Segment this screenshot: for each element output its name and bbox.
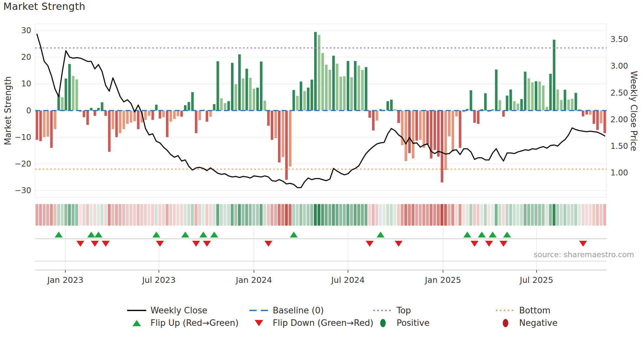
flip-up-marker (210, 232, 218, 238)
heatmap-cell (578, 204, 581, 226)
legend-item-flip-up-red-green: Flip Up (Red→Green) (127, 317, 239, 328)
strength-bar (564, 90, 566, 110)
strength-bar (217, 61, 219, 110)
strength-bar (188, 102, 190, 110)
legend-label: Baseline (0) (273, 305, 324, 315)
heatmap-cell (582, 204, 585, 226)
heatmap-cell (166, 204, 169, 226)
strength-bar (339, 77, 342, 110)
heatmap-cell (386, 204, 389, 226)
strength-bar (448, 110, 450, 136)
heatmap-cell (560, 204, 563, 226)
heatmap-cell (321, 204, 324, 226)
heatmap-cell (328, 204, 331, 226)
strength-bar (231, 63, 234, 110)
legend-item-negative: Negative (495, 317, 558, 328)
strength-bar (350, 77, 353, 110)
heatmap-cell (238, 204, 241, 226)
strength-bar (173, 110, 176, 119)
strength-bar (292, 90, 295, 110)
strength-bar (198, 110, 201, 120)
strength-bar (527, 78, 530, 110)
strength-bar (506, 96, 508, 110)
heatmap-cell (93, 204, 96, 226)
strength-price-chart (35, 24, 607, 197)
heatmap-cell (281, 204, 284, 226)
heatmap-cell (524, 204, 527, 226)
heatmap-cell (242, 204, 244, 226)
heatmap-cell (314, 204, 317, 226)
strength-bar (347, 61, 349, 111)
heatmap-cell (517, 204, 519, 226)
strength-bar (325, 65, 328, 110)
legend-label: Top (397, 305, 411, 315)
heatmap-cell (249, 204, 252, 226)
strength-bar (314, 32, 317, 110)
strength-bar (354, 61, 356, 111)
heatmap-cell (596, 204, 599, 226)
heatmap-cell (90, 204, 93, 226)
heatmap-cell (408, 204, 411, 226)
heatmap-cell (470, 204, 472, 226)
strength-bar (589, 110, 591, 115)
heatmap-cell (603, 204, 606, 226)
strength-bar (126, 110, 129, 124)
heatmap-cell (368, 204, 371, 226)
heatmap-cell (513, 204, 516, 226)
left-tick-label: 30 (2, 26, 31, 35)
heatmap-cell (111, 204, 114, 226)
right-tick-label: 3.00 (610, 61, 644, 71)
strength-bar (249, 78, 252, 111)
heatmap-cell (574, 204, 577, 226)
strength-bar (50, 110, 53, 148)
heatmap-cell (426, 204, 429, 226)
heatmap-cell (231, 204, 234, 226)
heatmap-cell (296, 204, 299, 226)
flip-down-marker (77, 241, 84, 247)
strength-bar (437, 110, 440, 156)
strength-bar (473, 110, 476, 123)
heatmap-cell (68, 204, 71, 226)
flip-up-marker (489, 232, 496, 238)
legend-label: Positive (397, 318, 429, 328)
strength-bar (86, 110, 89, 125)
heatmap-cell (429, 204, 432, 226)
heatmap-cell (404, 204, 407, 226)
heatmap-cell (137, 204, 140, 226)
heatmap-cell (64, 204, 67, 226)
heatmap-cell (379, 204, 382, 226)
strength-bar (538, 81, 541, 110)
heatmap-cell (495, 204, 498, 226)
heatmap-cell (209, 204, 212, 226)
heatmap-cell (556, 204, 559, 226)
legend-label: Weekly Close (150, 305, 207, 315)
strength-bar (553, 40, 555, 111)
strength-bar (213, 104, 216, 110)
strength-bar (365, 67, 367, 110)
heatmap-cell (459, 204, 462, 226)
heatmap-cell (444, 204, 447, 226)
heatmap-cell (220, 204, 223, 226)
strength-bar (209, 110, 212, 117)
strength-bar (137, 110, 140, 129)
strength-bar (318, 35, 320, 110)
strength-bar (455, 110, 458, 116)
heatmap-cell (571, 204, 574, 226)
strength-bar (35, 110, 38, 140)
market-strength-dashboard: Market Strength Market Strength Weekly C… (0, 0, 644, 362)
flip-up-marker (478, 232, 486, 238)
strength-bar (310, 79, 313, 110)
strength-bar (408, 110, 411, 153)
strength-bar (108, 110, 111, 152)
strength-bar (336, 64, 338, 111)
strength-bar (224, 103, 226, 111)
strength-bar (513, 101, 516, 110)
left-tick-label: −20 (2, 159, 31, 169)
heatmap-cell (589, 204, 592, 226)
flip-up-marker (181, 232, 189, 238)
strength-bar (495, 69, 497, 110)
heatmap-cell (158, 204, 161, 226)
strength-bar (307, 88, 310, 111)
heatmap-cell (162, 204, 165, 226)
strength-bar (82, 110, 85, 117)
